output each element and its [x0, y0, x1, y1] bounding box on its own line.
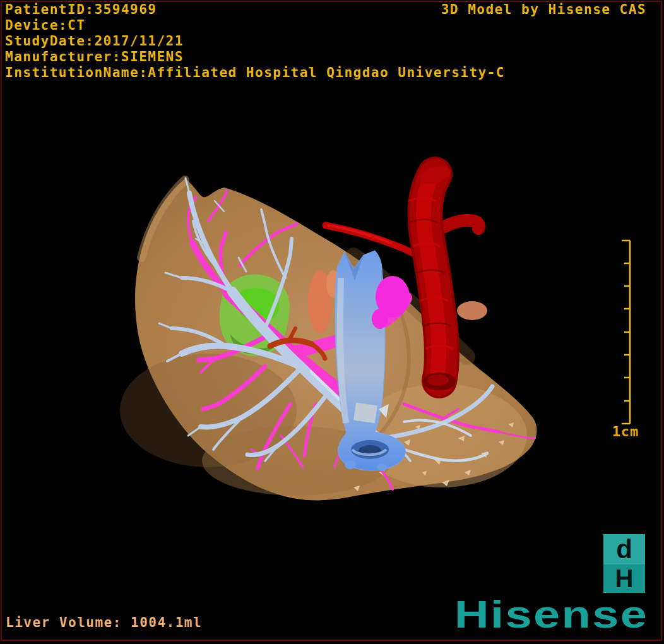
institution-name-text: InstitutionName:Affiliated Hospital Qing…: [5, 65, 505, 81]
hisense-wordmark: Hisense: [454, 595, 648, 634]
patient-id-text: PatientID:3594969: [5, 2, 505, 18]
model-credit-text: 3D Model by Hisense CAS: [441, 2, 646, 18]
logo-mark-bottom-glyph: H: [603, 564, 645, 593]
manufacturer-text: Manufacturer:SIEMENS: [5, 49, 505, 65]
scale-unit-label: 1cm: [607, 424, 644, 439]
logo-mark-top-glyph: d: [603, 534, 645, 564]
dicom-metadata-block: PatientID:3594969 Device:CT StudyDate:20…: [5, 2, 505, 81]
study-date-text: StudyDate:2017/11/21: [5, 33, 505, 49]
viewer-screen: PatientID:3594969 Device:CT StudyDate:20…: [0, 0, 664, 644]
hisense-logo-mark-icon: d H: [603, 534, 645, 590]
device-text: Device:CT: [5, 18, 505, 33]
scale-bar: [605, 231, 643, 433]
liver-volume-text: Liver Volume: 1004.1ml: [6, 615, 202, 630]
model-3d-viewport[interactable]: [0, 0, 664, 644]
